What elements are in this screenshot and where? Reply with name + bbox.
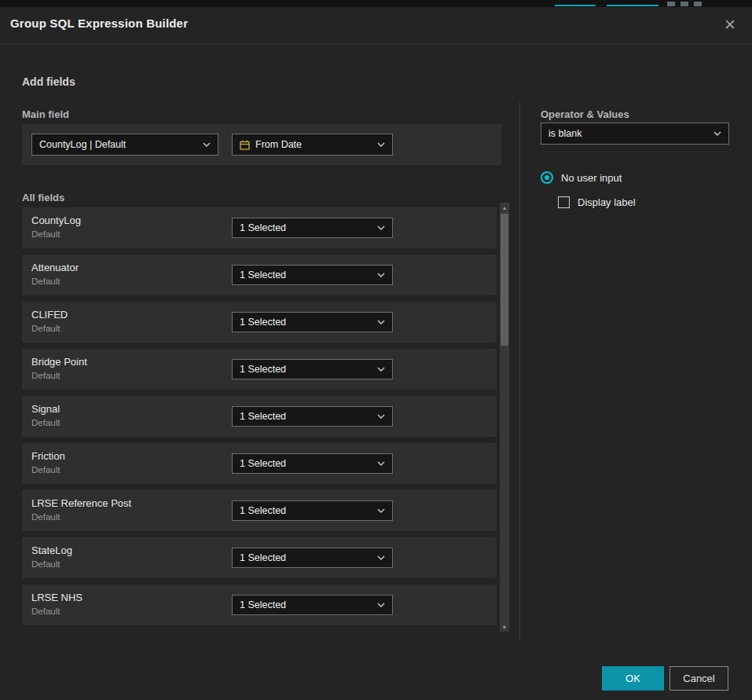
no-user-input-radio[interactable]: No user input (541, 171, 622, 184)
background-icon-fragment (694, 2, 702, 6)
chevron-down-icon (377, 555, 385, 560)
chevron-down-icon (713, 131, 721, 136)
field-selection-select[interactable]: 1 Selected (232, 595, 393, 615)
main-field-field-value: From Date (255, 139, 371, 150)
field-selection-select[interactable]: 1 Selected (232, 265, 393, 285)
field-subtitle: Default (31, 465, 60, 475)
field-row[interactable]: Attenuator Default 1 Selected (22, 255, 497, 295)
field-subtitle: Default (31, 607, 60, 616)
ok-button[interactable]: OK (602, 666, 664, 691)
all-fields-heading: All fields (22, 192, 64, 203)
display-label-checkbox[interactable]: Display label (558, 196, 636, 208)
field-selection-select[interactable]: 1 Selected (232, 359, 393, 379)
main-field-heading: Main field (22, 108, 69, 120)
main-field-field-select[interactable]: From Date (232, 134, 393, 156)
main-field-source-value: CountyLog | Default (39, 139, 196, 150)
scroll-up-icon[interactable]: ▲ (500, 203, 509, 212)
field-row[interactable]: Bridge Point Default 1 Selected (22, 349, 497, 390)
sql-expression-builder-dialog: Group SQL Expression Builder ✕ Add field… (0, 7, 752, 700)
field-row[interactable]: StateLog Default 1 Selected (22, 537, 497, 578)
field-row[interactable]: LRSE Reference Post Default 1 Selected (22, 490, 497, 531)
field-name: Friction (31, 450, 65, 462)
chevron-down-icon (377, 508, 385, 513)
radio-selected-icon (541, 171, 553, 184)
fields-scrollbar[interactable]: ▲ ▼ (500, 203, 509, 632)
field-selection-select[interactable]: 1 Selected (232, 453, 393, 474)
background-icon-fragment (667, 2, 675, 6)
dialog-header: Group SQL Expression Builder ✕ (0, 7, 752, 45)
field-row[interactable]: LRSE NHS Default 1 Selected (22, 585, 497, 625)
field-name: LRSE Reference Post (31, 497, 131, 509)
chevron-down-icon (377, 320, 385, 324)
field-selection-select[interactable]: 1 Selected (232, 218, 393, 238)
field-subtitle: Default (31, 371, 60, 380)
field-selection-select[interactable]: 1 Selected (232, 406, 393, 427)
field-subtitle: Default (31, 559, 60, 569)
chevron-down-icon (377, 273, 385, 277)
field-name: StateLog (31, 544, 72, 556)
field-selection-value: 1 Selected (240, 222, 371, 233)
main-field-box: CountyLog | Default From Date (22, 124, 501, 165)
field-selection-value: 1 Selected (240, 458, 371, 469)
field-row[interactable]: Signal Default 1 Selected (22, 396, 497, 437)
field-name: CountyLog (31, 214, 81, 226)
field-name: CLIFED (31, 309, 68, 321)
dialog-title: Group SQL Expression Builder (10, 16, 188, 30)
close-icon[interactable]: ✕ (719, 13, 741, 35)
operator-values-heading: Operator & Values (541, 108, 629, 120)
field-selection-select[interactable]: 1 Selected (232, 500, 393, 521)
screen: Group SQL Expression Builder ✕ Add field… (0, 0, 752, 700)
chevron-down-icon (377, 225, 385, 230)
main-field-source-select[interactable]: CountyLog | Default (31, 134, 218, 156)
background-app-strip (0, 0, 752, 7)
operator-value: is blank (548, 128, 707, 139)
field-selection-value: 1 Selected (240, 364, 371, 375)
field-subtitle: Default (31, 418, 60, 427)
field-name: Signal (31, 403, 60, 415)
field-selection-select[interactable]: 1 Selected (232, 548, 393, 568)
chevron-down-icon (377, 142, 385, 147)
field-row[interactable]: CLIFED Default 1 Selected (22, 302, 497, 343)
add-fields-heading: Add fields (22, 75, 75, 88)
display-label-label: Display label (578, 196, 636, 208)
chevron-down-icon (377, 461, 385, 466)
all-fields-list: CountyLog Default 1 Selected Attenuator … (22, 207, 497, 632)
field-selection-value: 1 Selected (240, 599, 371, 610)
scroll-down-icon[interactable]: ▼ (500, 622, 509, 632)
scrollbar-thumb[interactable] (501, 214, 508, 346)
field-selection-value: 1 Selected (240, 269, 371, 280)
field-selection-select[interactable]: 1 Selected (232, 312, 393, 332)
no-user-input-label: No user input (561, 172, 622, 184)
field-name: Bridge Point (31, 356, 87, 368)
background-link-fragment (555, 2, 596, 6)
chevron-down-icon (203, 142, 211, 147)
field-selection-value: 1 Selected (240, 317, 371, 328)
field-name: Attenuator (31, 262, 79, 273)
cancel-button[interactable]: Cancel (669, 666, 728, 691)
field-selection-value: 1 Selected (240, 505, 371, 516)
operator-select[interactable]: is blank (541, 123, 729, 145)
field-selection-value: 1 Selected (240, 411, 371, 422)
chevron-down-icon (377, 603, 385, 607)
background-link-fragment (607, 2, 658, 6)
field-subtitle: Default (31, 512, 60, 522)
field-row[interactable]: Friction Default 1 Selected (22, 443, 497, 484)
dialog-footer: OK Cancel (0, 654, 752, 700)
chevron-down-icon (377, 367, 385, 372)
background-icon-fragment (680, 2, 688, 6)
field-name: LRSE NHS (31, 592, 83, 603)
calendar-icon (240, 140, 250, 150)
field-row[interactable]: CountyLog Default 1 Selected (22, 207, 497, 248)
field-subtitle: Default (31, 229, 60, 239)
checkbox-unchecked-icon (558, 196, 570, 208)
chevron-down-icon (377, 414, 385, 419)
field-subtitle: Default (31, 277, 60, 286)
vertical-divider (519, 102, 520, 640)
field-selection-value: 1 Selected (240, 552, 371, 563)
field-subtitle: Default (31, 324, 60, 333)
